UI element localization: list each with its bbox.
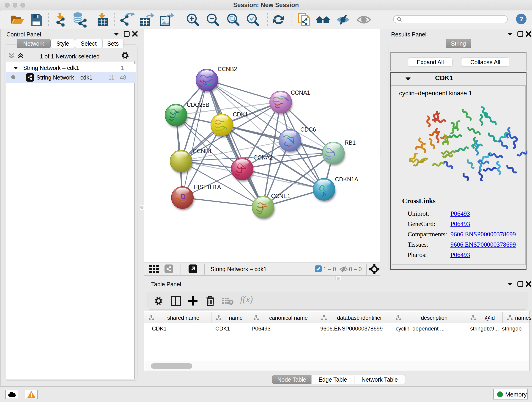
- svg-text:CDC25B: CDC25B: [187, 102, 209, 108]
- svg-text:CCNB1: CCNB1: [193, 148, 212, 154]
- svg-text:CCNE1: CCNE1: [271, 193, 291, 199]
- svg-text:CDKN1A: CDKN1A: [335, 176, 358, 182]
- svg-text:CCNA2: CCNA2: [253, 154, 273, 161]
- svg-text:CCNA1: CCNA1: [291, 89, 310, 96]
- svg-text:CCNB2: CCNB2: [218, 66, 237, 72]
- svg-text:HIST1H1A: HIST1H1A: [194, 184, 221, 190]
- svg-text:CDK1: CDK1: [233, 111, 248, 118]
- svg-text:RB1: RB1: [345, 139, 356, 146]
- svg-text:CDC6: CDC6: [300, 126, 316, 133]
